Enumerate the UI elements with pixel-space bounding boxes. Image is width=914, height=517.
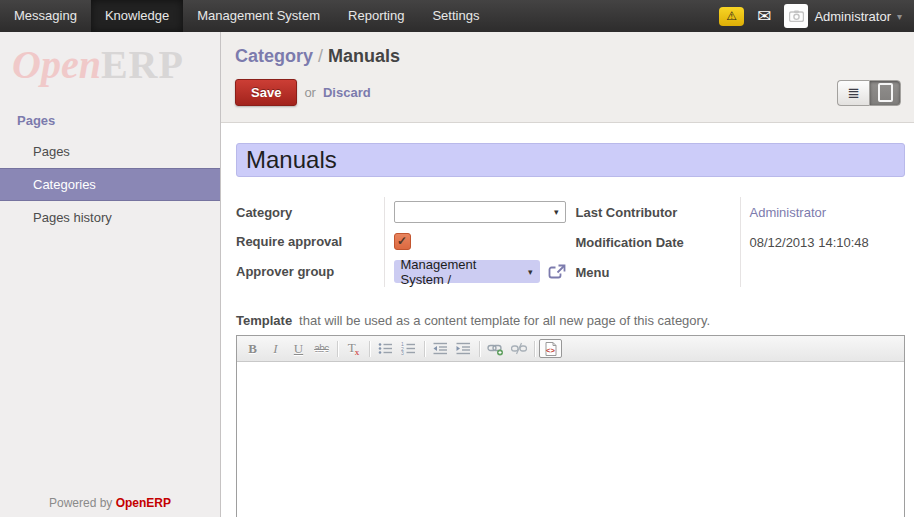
outdent-button[interactable] (429, 339, 452, 358)
top-navigation-bar: Messaging Knowledge Management System Re… (0, 0, 914, 32)
breadcrumb-category-link[interactable]: Category (235, 46, 313, 66)
require-approval-checkbox[interactable]: ✓ (394, 233, 411, 250)
warning-glyph: ⚠ (726, 9, 737, 23)
last-contributor-label: Last Contributor (576, 197, 741, 227)
link-icon (487, 342, 504, 356)
avatar (784, 4, 808, 28)
require-approval-label: Require approval (236, 227, 384, 256)
caret-down-icon: ▾ (897, 11, 902, 22)
bulleted-list-icon (378, 342, 393, 355)
menu-label: Menu (576, 257, 741, 287)
field-row-last-contributor: Last Contributor Administrator (576, 197, 906, 227)
numbered-list-button[interactable]: 123 (397, 339, 420, 358)
unlink-button[interactable] (507, 339, 530, 358)
category-select[interactable]: ▾ (394, 201, 566, 223)
last-contributor-value[interactable]: Administrator (750, 205, 827, 220)
breadcrumb-separator: / (313, 46, 328, 66)
breadcrumb: Category/Manuals (235, 45, 901, 67)
modification-date-value: 08/12/2013 14:10:48 (750, 235, 869, 250)
indent-button[interactable] (452, 339, 475, 358)
strikethrough-icon: abc (314, 343, 329, 354)
remove-format-icon: Tx (348, 340, 359, 358)
mail-icon[interactable]: ✉ (757, 8, 771, 25)
italic-icon: I (273, 341, 277, 357)
modification-date-label: Modification Date (576, 227, 741, 257)
title-input[interactable] (236, 143, 905, 177)
source-code-icon: <> (544, 342, 558, 356)
italic-button[interactable]: I (264, 339, 287, 358)
indent-icon (456, 342, 471, 355)
dropdown-caret-icon: ▾ (528, 267, 533, 277)
bold-button[interactable]: B (241, 339, 264, 358)
sidebar-item-categories[interactable]: Categories (0, 168, 220, 201)
svg-text:3: 3 (401, 350, 404, 355)
approver-group-label: Approver group (236, 256, 384, 287)
template-label: Template (236, 313, 292, 328)
field-row-approver-group: Approver group Management System / ▾ (236, 256, 566, 287)
category-label: Category (236, 197, 384, 227)
form-view-button[interactable] (869, 80, 901, 106)
toolbar-separator (369, 341, 370, 357)
approver-group-value: Management System / (401, 257, 523, 287)
approver-group-select[interactable]: Management System / ▾ (394, 260, 540, 283)
toolbar-separator (424, 341, 425, 357)
main-panel: Category/Manuals Save or Discard ≣ (221, 32, 914, 517)
list-view-button[interactable]: ≣ (837, 80, 869, 106)
openerp-brand-link[interactable]: OpenERP (116, 496, 171, 510)
user-menu[interactable]: Administrator ▾ (784, 4, 902, 28)
field-row-category: Category ▾ (236, 197, 566, 227)
field-row-require-approval: Require approval ✓ (236, 227, 566, 256)
main-header: Category/Manuals Save or Discard ≣ (221, 32, 914, 123)
bold-icon: B (248, 341, 257, 357)
editor-content[interactable] (237, 362, 904, 517)
template-editor: B I U abc Tx (236, 335, 905, 517)
powered-by-text: Powered by (49, 496, 116, 510)
logo-erp-text: ERP (101, 42, 184, 87)
menu-management-system[interactable]: Management System (183, 0, 334, 32)
bulleted-list-button[interactable] (374, 339, 397, 358)
underline-icon: U (294, 341, 303, 357)
underline-button[interactable]: U (287, 339, 310, 358)
template-section-header: Templatethat will be used as a content t… (236, 313, 905, 328)
field-row-modification-date: Modification Date 08/12/2013 14:10:48 (576, 227, 906, 257)
strikethrough-button[interactable]: abc (310, 339, 333, 358)
menu-knowledge[interactable]: Knowledge (91, 0, 183, 32)
template-help-text: that will be used as a content template … (299, 313, 710, 328)
external-link-icon[interactable] (548, 264, 566, 280)
outdent-icon (433, 342, 448, 355)
toolbar-separator (534, 341, 535, 357)
field-row-menu: Menu (576, 257, 906, 287)
sidebar-section-pages: Pages Pages Categories Pages history (0, 109, 220, 234)
menu-messaging[interactable]: Messaging (0, 0, 91, 32)
field-group-right: Last Contributor Administrator Modificat… (576, 197, 906, 287)
insert-link-button[interactable] (484, 339, 507, 358)
breadcrumb-current: Manuals (328, 46, 400, 66)
sidebar-item-pages[interactable]: Pages (0, 135, 220, 168)
sidebar-footer: Powered by OpenERP (0, 496, 220, 510)
topbar-right-cluster: ⚠ ✉ Administrator ▾ (719, 0, 914, 32)
svg-text:<>: <> (546, 345, 555, 354)
menu-settings[interactable]: Settings (418, 0, 493, 32)
openerp-logo[interactable]: OpenERP (0, 32, 220, 85)
field-group-left: Category ▾ Require approval ✓ (236, 197, 566, 287)
openerp-app: Messaging Knowledge Management System Re… (0, 0, 914, 517)
form-content: Category ▾ Require approval ✓ (221, 123, 914, 517)
logo-open-text: Open (12, 42, 101, 87)
remove-format-button[interactable]: Tx (342, 339, 365, 358)
sidebar-item-pages-history[interactable]: Pages history (0, 201, 220, 234)
menu-reporting[interactable]: Reporting (334, 0, 418, 32)
dropdown-caret-icon: ▾ (554, 207, 559, 217)
field-area: Category ▾ Require approval ✓ (236, 197, 905, 287)
camera-placeholder-icon (789, 10, 804, 22)
discard-link[interactable]: Discard (323, 85, 371, 100)
save-button[interactable]: Save (235, 79, 297, 106)
editor-toolbar: B I U abc Tx (237, 336, 904, 362)
form-view-icon (878, 83, 893, 102)
unlink-icon (511, 342, 527, 355)
user-name: Administrator (814, 9, 891, 24)
warning-icon[interactable]: ⚠ (719, 7, 744, 26)
view-switcher: ≣ (837, 80, 901, 106)
toolbar-separator (337, 341, 338, 357)
checkmark-icon: ✓ (397, 234, 407, 248)
source-button[interactable]: <> (539, 339, 562, 358)
